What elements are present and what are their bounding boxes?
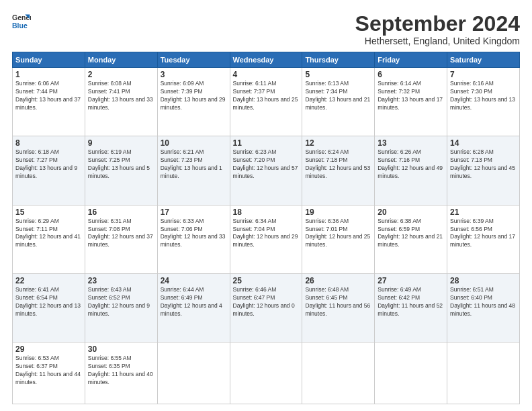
table-row: [375, 342, 447, 404]
table-row: 26 Sunrise: 6:48 AM Sunset: 6:45 PM Dayl…: [302, 273, 375, 342]
day-number: 22: [15, 276, 82, 285]
daylight-label: Daylight: 12 hours and 33 minutes.: [161, 233, 226, 248]
day-number: 2: [88, 70, 154, 79]
sunrise-label: Sunrise: 6:11 AM: [233, 80, 277, 87]
day-number: 15: [15, 208, 82, 217]
sunrise-label: Sunrise: 6:33 AM: [161, 218, 204, 224]
day-number: 17: [161, 208, 227, 217]
daylight-label: Daylight: 13 hours and 13 minutes.: [450, 96, 515, 111]
sunrise-label: Sunrise: 6:39 AM: [450, 218, 494, 224]
day-number: 24: [161, 276, 227, 285]
table-row: 20 Sunrise: 6:38 AM Sunset: 6:59 PM Dayl…: [375, 205, 447, 273]
day-number: 13: [378, 138, 444, 148]
sunrise-label: Sunrise: 6:51 AM: [450, 286, 494, 293]
table-row: 3 Sunrise: 6:09 AM Sunset: 7:39 PM Dayli…: [157, 68, 230, 136]
day-info: Sunrise: 6:48 AM Sunset: 6:45 PM Dayligh…: [305, 286, 371, 318]
sunset-label: Sunset: 6:59 PM: [378, 226, 420, 232]
day-number: 5: [305, 70, 371, 79]
table-row: 6 Sunrise: 6:14 AM Sunset: 7:32 PM Dayli…: [375, 68, 447, 136]
day-number: 12: [305, 138, 371, 148]
calendar-table: Sunday Monday Tuesday Wednesday Thursday…: [12, 52, 520, 404]
day-number: 10: [161, 138, 227, 148]
sunrise-label: Sunrise: 6:09 AM: [161, 80, 204, 87]
table-row: 11 Sunrise: 6:23 AM Sunset: 7:20 PM Dayl…: [230, 136, 302, 205]
sunrise-label: Sunrise: 6:38 AM: [378, 218, 421, 224]
day-info: Sunrise: 6:14 AM Sunset: 7:32 PM Dayligh…: [378, 80, 444, 112]
sunset-label: Sunset: 6:37 PM: [15, 363, 58, 369]
day-number: 8: [15, 138, 82, 148]
sunrise-label: Sunrise: 6:31 AM: [88, 218, 132, 224]
day-number: 1: [15, 70, 82, 79]
col-monday: Monday: [85, 52, 157, 68]
table-row: 28 Sunrise: 6:51 AM Sunset: 6:40 PM Dayl…: [447, 273, 520, 342]
day-number: 19: [305, 208, 371, 217]
daylight-label: Daylight: 12 hours and 29 minutes.: [233, 233, 298, 248]
day-info: Sunrise: 6:24 AM Sunset: 7:18 PM Dayligh…: [305, 148, 371, 181]
sunrise-label: Sunrise: 6:06 AM: [15, 80, 59, 87]
day-info: Sunrise: 6:11 AM Sunset: 7:37 PM Dayligh…: [233, 80, 300, 112]
sunrise-label: Sunrise: 6:55 AM: [88, 355, 132, 361]
table-row: 18 Sunrise: 6:34 AM Sunset: 7:04 PM Dayl…: [230, 205, 302, 273]
table-row: 30 Sunrise: 6:55 AM Sunset: 6:35 PM Dayl…: [85, 342, 157, 404]
day-info: Sunrise: 6:41 AM Sunset: 6:54 PM Dayligh…: [15, 286, 82, 318]
table-row: 13 Sunrise: 6:26 AM Sunset: 7:16 PM Dayl…: [375, 136, 447, 205]
daylight-label: Daylight: 13 hours and 5 minutes.: [88, 165, 150, 179]
table-row: 10 Sunrise: 6:21 AM Sunset: 7:23 PM Dayl…: [157, 136, 230, 205]
daylight-label: Daylight: 13 hours and 1 minute.: [161, 165, 222, 179]
day-info: Sunrise: 6:53 AM Sunset: 6:37 PM Dayligh…: [15, 355, 82, 387]
table-row: 19 Sunrise: 6:36 AM Sunset: 7:01 PM Dayl…: [302, 205, 375, 273]
sunrise-label: Sunrise: 6:23 AM: [233, 148, 277, 155]
table-row: [230, 342, 302, 404]
table-row: 9 Sunrise: 6:19 AM Sunset: 7:25 PM Dayli…: [85, 136, 157, 205]
calendar-row: 29 Sunrise: 6:53 AM Sunset: 6:37 PM Dayl…: [13, 342, 520, 404]
col-saturday: Saturday: [447, 52, 520, 68]
day-info: Sunrise: 6:55 AM Sunset: 6:35 PM Dayligh…: [88, 355, 154, 387]
sunset-label: Sunset: 7:25 PM: [88, 156, 130, 163]
daylight-label: Daylight: 11 hours and 52 minutes.: [378, 302, 443, 317]
day-info: Sunrise: 6:21 AM Sunset: 7:23 PM Dayligh…: [161, 148, 227, 181]
day-info: Sunrise: 6:49 AM Sunset: 6:42 PM Dayligh…: [378, 286, 444, 318]
sunrise-label: Sunrise: 6:19 AM: [88, 148, 132, 155]
table-row: 17 Sunrise: 6:33 AM Sunset: 7:06 PM Dayl…: [157, 205, 230, 273]
sunrise-label: Sunrise: 6:18 AM: [15, 148, 59, 155]
sunrise-label: Sunrise: 6:41 AM: [15, 286, 59, 293]
title-block: September 2024 Hethersett, England, Unit…: [355, 12, 520, 46]
day-number: 23: [88, 276, 154, 285]
table-row: 22 Sunrise: 6:41 AM Sunset: 6:54 PM Dayl…: [13, 273, 85, 342]
day-number: 4: [233, 70, 300, 79]
daylight-label: Daylight: 12 hours and 21 minutes.: [378, 233, 443, 248]
sunrise-label: Sunrise: 6:14 AM: [378, 80, 421, 87]
day-info: Sunrise: 6:31 AM Sunset: 7:08 PM Dayligh…: [88, 218, 154, 250]
day-info: Sunrise: 6:23 AM Sunset: 7:20 PM Dayligh…: [233, 148, 300, 181]
sunset-label: Sunset: 6:35 PM: [88, 363, 130, 369]
sunset-label: Sunset: 7:06 PM: [161, 226, 203, 232]
day-number: 25: [233, 276, 300, 285]
sunrise-label: Sunrise: 6:48 AM: [305, 286, 349, 293]
daylight-label: Daylight: 12 hours and 37 minutes.: [88, 233, 153, 248]
day-info: Sunrise: 6:28 AM Sunset: 7:13 PM Dayligh…: [450, 148, 517, 181]
daylight-label: Daylight: 12 hours and 13 minutes.: [15, 302, 81, 317]
sunset-label: Sunset: 7:30 PM: [450, 88, 492, 95]
day-info: Sunrise: 6:13 AM Sunset: 7:34 PM Dayligh…: [305, 80, 371, 112]
table-row: 14 Sunrise: 6:28 AM Sunset: 7:13 PM Dayl…: [447, 136, 520, 205]
calendar-row: 15 Sunrise: 6:29 AM Sunset: 7:11 PM Dayl…: [13, 205, 520, 273]
daylight-label: Daylight: 12 hours and 49 minutes.: [378, 165, 443, 179]
sunrise-label: Sunrise: 6:26 AM: [378, 148, 421, 155]
sunset-label: Sunset: 6:42 PM: [378, 294, 420, 301]
sunrise-label: Sunrise: 6:21 AM: [161, 148, 204, 155]
table-row: 29 Sunrise: 6:53 AM Sunset: 6:37 PM Dayl…: [13, 342, 85, 404]
header: General Blue September 2024 Hethersett, …: [12, 12, 520, 46]
daylight-label: Daylight: 11 hours and 40 minutes.: [88, 371, 153, 385]
day-info: Sunrise: 6:06 AM Sunset: 7:44 PM Dayligh…: [15, 80, 82, 112]
col-thursday: Thursday: [302, 52, 375, 68]
table-row: 7 Sunrise: 6:16 AM Sunset: 7:30 PM Dayli…: [447, 68, 520, 136]
table-row: 25 Sunrise: 6:46 AM Sunset: 6:47 PM Dayl…: [230, 273, 302, 342]
day-number: 27: [378, 276, 444, 285]
day-number: 26: [305, 276, 371, 285]
calendar-row: 8 Sunrise: 6:18 AM Sunset: 7:27 PM Dayli…: [13, 136, 520, 205]
day-number: 28: [450, 276, 517, 285]
daylight-label: Daylight: 12 hours and 17 minutes.: [450, 233, 515, 248]
daylight-label: Daylight: 13 hours and 21 minutes.: [305, 96, 370, 111]
sunset-label: Sunset: 6:52 PM: [88, 294, 130, 301]
day-info: Sunrise: 6:09 AM Sunset: 7:39 PM Dayligh…: [161, 80, 227, 112]
